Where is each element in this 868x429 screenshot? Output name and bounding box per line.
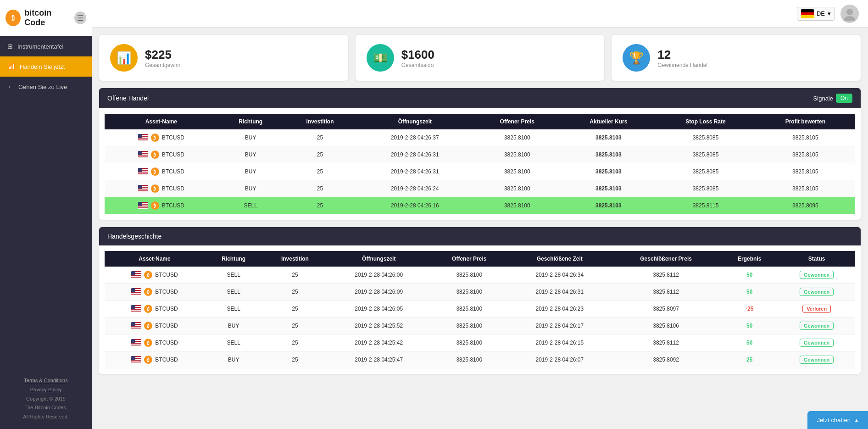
main-content: DE ▾ 📊 $225 Gesamtgewinn 💵 $1600 Gesamts… — [92, 0, 868, 429]
gewinnende-icon: 🏆 — [623, 44, 650, 72]
open-time-cell: 2019-2-28 04:26:16 — [356, 197, 473, 214]
btc-icon: ₿ — [144, 305, 152, 313]
signals-toggle-btn[interactable]: On — [836, 94, 852, 103]
current-cell: 3825.8103 — [561, 180, 656, 197]
investment-cell: 25 — [284, 163, 357, 180]
hamburger-menu[interactable]: ☰ — [74, 11, 86, 24]
hg-opentime-cell: 2019-2-28 04:25:42 — [328, 334, 430, 351]
hg-openprice-cell: 3825.8100 — [430, 351, 508, 368]
stat-card-gesamtsaldo: 💵 $1600 Gesamtsaldo — [356, 35, 605, 81]
profit-cell: 3825.8105 — [756, 146, 855, 163]
hg-direction-cell: SELL — [205, 301, 262, 318]
hg-col-asset: Asset-Name — [105, 251, 205, 267]
open-time-cell: 2019-2-28 04:26:24 — [356, 180, 473, 197]
hg-asset-cell: ₿ BTCUSD — [105, 267, 205, 284]
status-badge: Gewonnen — [800, 322, 834, 330]
btc-icon: ₿ — [144, 339, 152, 347]
col-asset: Asset-Name — [105, 114, 218, 129]
us-flag-icon — [138, 202, 148, 209]
gesamtgewinn-label: Gesamtgewinn — [145, 62, 182, 68]
sidebar-item-instrumententafel[interactable]: ⊞ Instrumententafel — [0, 36, 92, 56]
chevron-up-icon: ▲ — [854, 418, 859, 423]
hg-asset-cell: ₿ BTCUSD — [105, 318, 205, 334]
table-row: ₿ BTCUSD BUY 25 2019-2-28 04:26:24 3825.… — [105, 180, 855, 197]
status-badge: Gewonnen — [800, 356, 834, 364]
user-avatar[interactable] — [840, 5, 859, 23]
sidebar: ₿ bitcoin Code ☰ ⊞ Instrumententafel 📶 H… — [0, 0, 92, 429]
sidebar-label-live: Gehen Sie zu Live — [18, 84, 67, 90]
chat-button[interactable]: Jetzt chatten ▲ — [807, 411, 868, 429]
current-cell: 3825.8103 — [561, 146, 656, 163]
us-flag-icon — [138, 134, 148, 141]
stat-card-gesamtgewinn: 📊 $225 Gesamtgewinn — [99, 35, 348, 81]
rights: All Rights Reserved. — [23, 414, 69, 419]
us-flag-icon — [131, 288, 141, 295]
hg-status-cell: Gewonnen — [778, 318, 855, 334]
hg-closeprice-cell: 3825.8097 — [611, 301, 721, 318]
open-price-cell: 3825.8100 — [473, 146, 561, 163]
us-flag-icon — [138, 168, 148, 175]
sidebar-label-handeln: Handeln Sie jetzt — [20, 63, 65, 70]
col-offener-preis: Offener Preis — [473, 114, 561, 129]
hg-direction-cell: SELL — [205, 284, 262, 301]
col-stop-loss: Stop Loss Rate — [656, 114, 755, 129]
asset-name-cell: ₿ BTCUSD — [105, 129, 218, 146]
hg-direction-cell: SELL — [205, 334, 262, 351]
hg-closeprice-cell: 3825.8112 — [611, 284, 721, 301]
hg-col-geschlzeit: Geschlößene Zeit — [508, 251, 611, 267]
hg-asset-cell: ₿ BTCUSD — [105, 284, 205, 301]
gesamtsaldo-info: $1600 Gesamtsaldo — [401, 48, 434, 68]
asset-cell: ₿ BTCUSD — [108, 134, 214, 142]
table-row: ₿ BTCUSD BUY 25 2019-2-28 04:25:47 3825.… — [105, 351, 855, 368]
open-price-cell: 3825.8100 — [473, 129, 561, 146]
profit-cell: 3825.8105 — [756, 163, 855, 180]
status-badge: Verloren — [802, 305, 831, 313]
hg-closetime-cell: 2019-2-28 04:26:34 — [508, 267, 611, 284]
current-cell: 3825.8103 — [561, 129, 656, 146]
sidebar-item-handeln[interactable]: 📶 Handeln Sie jetzt — [0, 56, 92, 77]
table-row: ₿ BTCUSD BUY 25 2019-2-28 04:26:31 3825.… — [105, 146, 855, 163]
hg-status-cell: Gewonnen — [778, 351, 855, 368]
col-profit: Profit bewerten — [756, 114, 855, 129]
hg-investment-cell: 25 — [262, 334, 327, 351]
sidebar-item-live[interactable]: ← Gehen Sie zu Live — [0, 77, 92, 97]
privacy-link[interactable]: Privacy Policy — [7, 385, 84, 395]
flag-de — [801, 9, 814, 18]
status-badge: Gewonnen — [800, 339, 834, 347]
hg-status-cell: Gewonnen — [778, 284, 855, 301]
chevron-down-icon: ▾ — [828, 10, 831, 17]
copyright: Copyright © 2019 — [26, 396, 66, 401]
col-investition: Investition — [284, 114, 357, 129]
btc-icon: ₿ — [151, 201, 159, 210]
svg-point-1 — [844, 16, 855, 21]
status-badge: Gewonnen — [800, 288, 834, 296]
hg-result-cell: -25 — [721, 301, 778, 318]
table-row: ₿ BTCUSD BUY 25 2019-2-28 04:26:31 3825.… — [105, 163, 855, 180]
hg-result-cell: 50 — [721, 318, 778, 334]
handelsgeschichte-table-wrap: Asset-Name Richtung Investition Öffnungs… — [99, 245, 861, 374]
hg-result-cell: 50 — [721, 284, 778, 301]
hg-direction-cell: SELL — [205, 267, 262, 284]
offene-handel-table: Asset-Name Richtung Investition Öffnungs… — [105, 114, 855, 214]
hg-closetime-cell: 2019-2-28 04:26:17 — [508, 318, 611, 334]
direction-cell: BUY — [218, 163, 284, 180]
current-cell: 3825.8103 — [561, 163, 656, 180]
handelsgeschichte-header: Handelsgeschichte — [99, 227, 861, 245]
current-cell: 3825.8103 — [561, 197, 656, 214]
hg-direction-cell: BUY — [205, 318, 262, 334]
language-selector[interactable]: DE ▾ — [797, 7, 835, 21]
hg-direction-cell: BUY — [205, 351, 262, 368]
terms-link[interactable]: Terms & Conditions — [7, 376, 84, 385]
open-price-cell: 3825.8100 — [473, 197, 561, 214]
asset-cell: ₿ BTCUSD — [108, 339, 201, 347]
gewinnende-info: 12 Gewinnende Handel — [657, 48, 707, 68]
btc-icon: ₿ — [144, 288, 152, 296]
table-row: ₿ BTCUSD SELL 25 2019-2-28 04:26:05 3825… — [105, 301, 855, 318]
direction-cell: BUY — [218, 146, 284, 163]
gesamtsaldo-label: Gesamtsaldo — [401, 62, 434, 68]
hg-status-cell: Gewonnen — [778, 334, 855, 351]
dashboard-icon: ⊞ — [7, 43, 13, 50]
hg-openprice-cell: 3825.8100 — [430, 301, 508, 318]
asset-cell: ₿ BTCUSD — [108, 150, 214, 159]
direction-cell: BUY — [218, 180, 284, 197]
